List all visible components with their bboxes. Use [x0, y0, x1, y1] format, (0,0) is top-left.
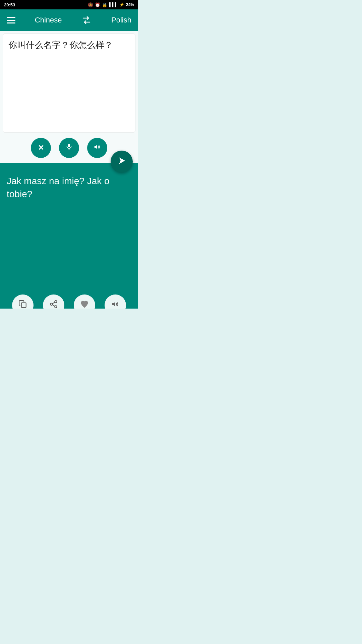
status-icons: 🔕 ⏰ 🔒 ▌▌▌ ⚡ 24% [88, 2, 134, 7]
svg-point-6 [55, 301, 57, 303]
microphone-button[interactable] [59, 138, 79, 158]
copy-icon [18, 300, 27, 309]
svg-line-9 [52, 305, 55, 306]
favorite-button[interactable] [74, 294, 95, 309]
battery-level: 24% [126, 2, 134, 7]
alarm-icon: ⏰ [95, 2, 100, 7]
heart-icon [80, 300, 89, 309]
status-bar: 20:53 🔕 ⏰ 🔒 ▌▌▌ ⚡ 24% [0, 0, 138, 9]
volume-icon [94, 143, 101, 153]
svg-rect-0 [68, 144, 70, 147]
source-text-input[interactable]: 你叫什么名字？你怎么样？ [3, 34, 135, 132]
lock-icon: 🔒 [102, 2, 107, 7]
input-section: 你叫什么名字？你怎么样？ ✕ [0, 31, 138, 163]
speak-input-button[interactable] [87, 138, 107, 158]
translate-button[interactable] [111, 151, 133, 173]
send-icon [117, 156, 126, 167]
source-language-label[interactable]: Chinese [35, 16, 62, 24]
top-bar: Chinese Polish [0, 9, 138, 31]
close-icon: ✕ [38, 144, 44, 152]
speak-output-button[interactable] [105, 294, 126, 309]
output-section: Jak masz na imię? Jak o tobie? [0, 163, 138, 309]
swap-languages-button[interactable] [81, 15, 92, 25]
share-icon [49, 300, 58, 309]
signal-icon: ▌▌▌ [109, 2, 118, 7]
clear-button[interactable]: ✕ [31, 138, 51, 158]
copy-button[interactable] [12, 294, 34, 309]
volume-output-icon [111, 300, 119, 309]
menu-button[interactable] [7, 17, 15, 23]
target-language-label[interactable]: Polish [111, 16, 131, 24]
svg-line-10 [52, 302, 55, 304]
svg-point-7 [50, 303, 53, 306]
mic-icon [65, 143, 73, 153]
battery-icon: ⚡ [119, 2, 124, 7]
translated-text: Jak masz na imię? Jak o tobie? [7, 170, 131, 201]
svg-marker-3 [95, 145, 97, 149]
svg-marker-4 [119, 157, 125, 164]
status-time: 20:53 [4, 2, 15, 7]
share-button[interactable] [43, 294, 64, 309]
svg-rect-5 [21, 303, 26, 308]
output-action-bar [0, 294, 138, 309]
notification-icon: 🔕 [88, 2, 93, 7]
svg-marker-11 [112, 302, 115, 307]
svg-point-8 [55, 306, 57, 308]
